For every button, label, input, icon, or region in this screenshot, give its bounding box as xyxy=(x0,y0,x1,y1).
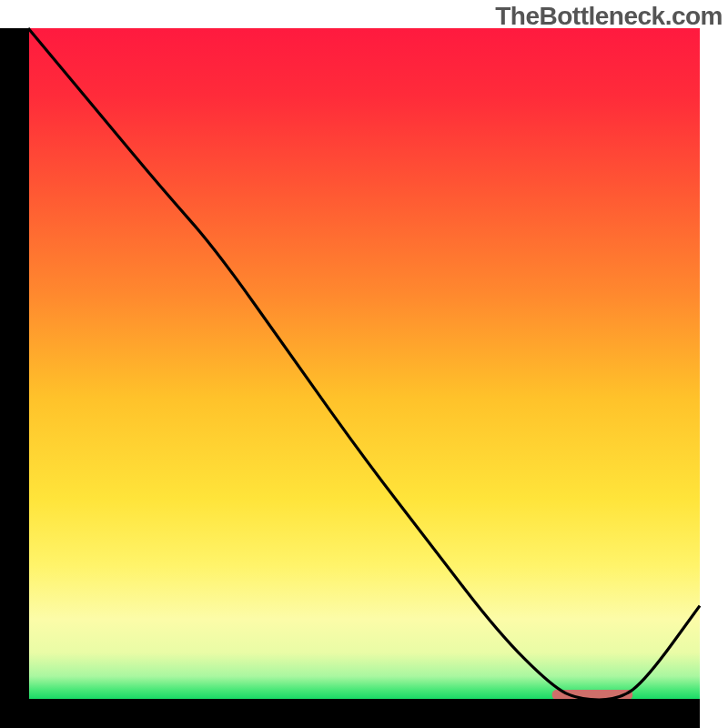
plot-background xyxy=(28,28,700,700)
watermark-text: TheBottleneck.com xyxy=(495,2,723,31)
y-axis xyxy=(0,28,29,728)
x-axis xyxy=(0,699,700,728)
bottleneck-chart xyxy=(0,0,728,728)
chart-frame: TheBottleneck.com xyxy=(0,0,728,728)
